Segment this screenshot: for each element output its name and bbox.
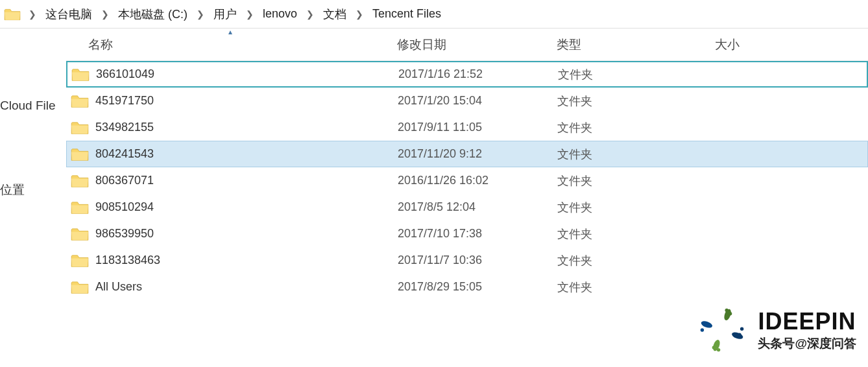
svg-point-1: [725, 309, 729, 312]
file-type: 文件夹: [557, 279, 716, 295]
svg-point-2: [729, 312, 732, 315]
table-row[interactable]: 11831384632017/11/7 10:36文件夹: [66, 247, 868, 274]
file-date: 2017/11/7 10:36: [398, 254, 557, 267]
watermark: IDEEPIN 头条号@深度问答: [693, 301, 856, 359]
chevron-right-icon[interactable]: ❯: [190, 0, 211, 28]
header-date[interactable]: 修改日期: [397, 29, 557, 60]
svg-point-4: [740, 327, 743, 331]
sidebar-item-location[interactable]: 位置: [0, 176, 66, 204]
table-row[interactable]: 9085102942017/8/5 12:04文件夹: [66, 194, 868, 220]
folder-icon: [71, 173, 89, 189]
file-type: 文件夹: [557, 173, 716, 189]
svg-point-11: [703, 322, 706, 326]
header-size[interactable]: 大小: [715, 29, 868, 60]
file-date: 2017/9/11 11:05: [398, 121, 557, 134]
file-name: All Users: [95, 280, 142, 294]
table-row[interactable]: 9865399502017/7/10 17:38文件夹: [66, 220, 868, 247]
breadcrumb-bar: ❯ 这台电脑 ❯ 本地磁盘 (C:) ❯ 用户 ❯ lenovo ❯ 文档 ❯ …: [0, 0, 868, 29]
breadcrumb-item[interactable]: 文档: [322, 0, 348, 28]
chevron-right-icon[interactable]: ❯: [349, 0, 370, 28]
folder-icon: [71, 200, 89, 215]
table-row[interactable]: 8063670712016/11/26 16:02文件夹: [66, 167, 868, 194]
sidebar: Cloud File 位置: [0, 29, 66, 367]
file-date: 2017/1/20 15:04: [398, 94, 557, 108]
svg-point-5: [738, 333, 741, 337]
file-type: 文件夹: [558, 67, 716, 82]
file-date: 2017/7/10 17:38: [398, 227, 557, 241]
table-row[interactable]: 3661010492017/1/16 21:52文件夹: [66, 61, 868, 88]
table-row[interactable]: 4519717502017/1/20 15:04文件夹: [66, 88, 868, 114]
file-date: 2017/1/16 21:52: [398, 67, 558, 81]
breadcrumb-item[interactable]: Tencent Files: [371, 0, 442, 28]
file-name: 534982155: [95, 121, 154, 134]
file-type: 文件夹: [557, 253, 716, 268]
folder-icon: [71, 67, 90, 82]
watermark-brand: IDEEPIN: [758, 308, 856, 335]
file-date: 2017/11/20 9:12: [398, 147, 557, 161]
chevron-right-icon[interactable]: ❯: [239, 0, 260, 28]
file-date: 2017/8/5 12:04: [398, 200, 557, 214]
watermark-logo-icon: [693, 301, 751, 359]
file-date: 2017/8/29 15:05: [398, 280, 557, 294]
svg-point-9: [701, 320, 714, 329]
chevron-right-icon[interactable]: ❯: [95, 0, 115, 28]
file-name: 806367071: [95, 174, 154, 187]
svg-point-10: [701, 328, 704, 331]
file-name: 1183138463: [95, 254, 160, 267]
svg-point-8: [712, 346, 716, 349]
chevron-right-icon[interactable]: ❯: [22, 0, 43, 28]
file-type: 文件夹: [557, 200, 716, 215]
file-name: 986539950: [95, 227, 154, 241]
column-headers: ▴ 名称 修改日期 类型 大小: [66, 29, 868, 61]
file-name: 804241543: [95, 147, 154, 161]
breadcrumb-item[interactable]: 用户: [212, 0, 238, 28]
svg-point-3: [731, 331, 744, 340]
folder-icon: [71, 147, 89, 162]
svg-point-7: [717, 348, 720, 351]
folder-icon: [71, 93, 89, 109]
folder-icon: [71, 279, 89, 295]
file-type: 文件夹: [557, 147, 716, 162]
file-type: 文件夹: [557, 120, 716, 136]
table-row[interactable]: 8042415432017/11/20 9:12文件夹: [66, 141, 868, 167]
table-row[interactable]: All Users2017/8/29 15:05文件夹: [66, 274, 868, 300]
sort-indicator-icon: ▴: [228, 27, 232, 36]
file-date: 2016/11/26 16:02: [398, 174, 557, 187]
file-name: 451971750: [95, 94, 154, 108]
file-type: 文件夹: [557, 93, 716, 109]
breadcrumb-item[interactable]: lenovo: [261, 0, 298, 28]
header-type[interactable]: 类型: [557, 29, 715, 60]
folder-icon: [71, 226, 89, 242]
breadcrumb-item[interactable]: 这台电脑: [44, 0, 93, 28]
watermark-sub: 头条号@深度问答: [758, 335, 856, 352]
breadcrumb-item[interactable]: 本地磁盘 (C:): [117, 0, 189, 28]
file-type: 文件夹: [557, 226, 716, 242]
folder-icon: [71, 120, 89, 136]
file-name: 366101049: [96, 67, 154, 81]
folder-icon: [71, 253, 89, 268]
folder-icon: [4, 7, 21, 21]
table-row[interactable]: 5349821552017/9/11 11:05文件夹: [66, 114, 868, 141]
sidebar-item-cloud[interactable]: Cloud File: [0, 93, 66, 118]
rows-container: 3661010492017/1/16 21:52文件夹4519717502017…: [66, 61, 868, 300]
file-name: 908510294: [95, 200, 154, 214]
chevron-right-icon[interactable]: ❯: [300, 0, 320, 28]
